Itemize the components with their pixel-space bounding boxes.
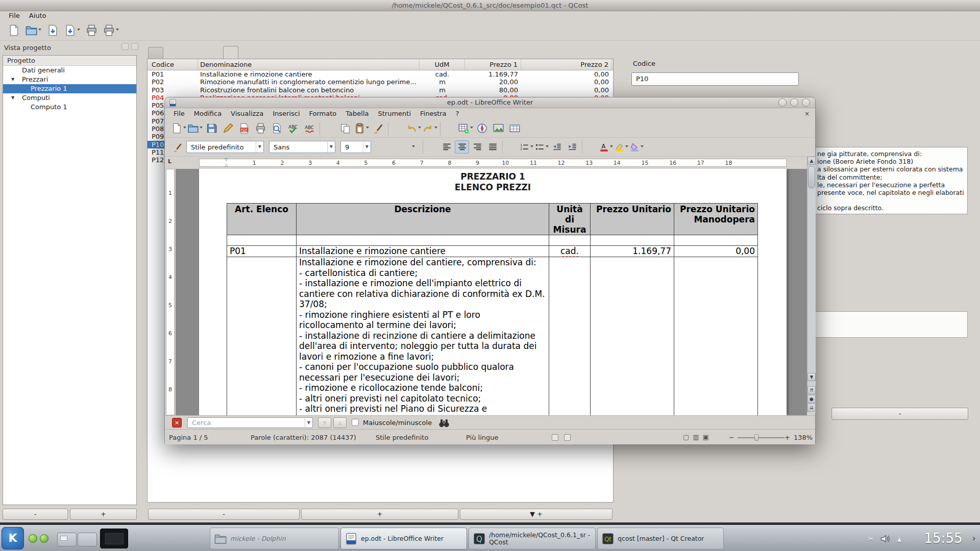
tab[interactable] [148,47,163,59]
chevron-down-icon[interactable]: ▼ [363,141,371,153]
menu-item[interactable]: Tabella [341,108,373,119]
increase-indent-icon[interactable] [565,140,579,154]
chevron-down-icon[interactable]: ▼ [327,141,335,153]
insert-table-icon[interactable] [458,121,473,136]
price-list-action-button[interactable]: - [148,509,300,520]
menu-item[interactable]: Strumenti [373,108,415,119]
gallery-icon[interactable] [491,121,506,136]
search-input[interactable]: Cerca ▼ [187,417,313,428]
import-icon[interactable] [44,22,61,39]
data-sources-icon[interactable] [507,121,522,136]
find-and-replace-icon[interactable] [438,417,450,429]
zoom-out-icon[interactable]: − [729,434,734,441]
menu-item[interactable]: Visualizza [226,108,268,119]
open-project-icon[interactable] [24,22,42,39]
find-previous-button[interactable]: ▿ [318,417,331,428]
next-page-icon[interactable]: ⇊ [807,404,816,412]
paste-icon[interactable] [354,121,369,136]
edit-mode-icon[interactable] [220,121,235,136]
close-find-icon[interactable]: × [172,418,182,428]
window-maximize-button[interactable] [790,98,798,107]
expand-arrow-icon[interactable]: ▼ [11,75,14,84]
menu-item[interactable]: File [4,11,24,20]
decrease-indent-icon[interactable] [550,140,564,154]
tree-item[interactable]: ▼ Computi [3,93,136,103]
menu-item[interactable]: Modifica [189,108,226,119]
page-layout-icon[interactable]: ▥ [693,433,699,441]
word-count-status[interactable]: Parole (caratteri): 2087 (14437) [251,434,356,441]
task-button[interactable]: mickele - Dolphin [210,528,339,549]
previous-page-icon[interactable]: ⇈ [807,386,816,394]
align-left-icon[interactable] [439,140,454,154]
page-number-status[interactable]: Pagina 1 / 5 [169,434,208,441]
menu-item[interactable]: Inserisci [268,108,304,119]
navigator-icon[interactable] [474,121,489,136]
align-right-icon[interactable] [470,140,484,154]
new-document-icon[interactable] [171,121,186,136]
desktop-pager-cell[interactable] [78,533,97,546]
undo-icon[interactable] [406,121,421,136]
vertical-scrollbar[interactable]: ▲ ▼ ⇈ ● ⇊ [807,157,816,413]
menu-item[interactable]: Formato [305,108,341,119]
page-style-status[interactable]: Stile predefinito [376,434,428,441]
document-page[interactable]: PREZZARIO 1 ELENCO PREZZI Art. Elenco De… [199,169,787,415]
window-pin-button[interactable] [16,2,23,9]
zoom-level[interactable]: 138% [794,434,813,441]
highlight-color-icon[interactable] [614,140,628,154]
justify-icon[interactable] [485,140,500,154]
paragraph-style-combo[interactable]: Stile predefinito ▼ [186,141,264,153]
print-preview-icon[interactable] [269,121,284,136]
zoom-in-icon[interactable]: + [785,434,790,441]
kmenu-button[interactable]: K [2,527,24,549]
menu-item[interactable]: Finestra [415,108,451,119]
expand-arrow-icon[interactable]: ▼ [11,93,14,103]
terminal-task-button[interactable] [100,529,128,548]
export-icon[interactable] [63,22,81,39]
tray-expand-icon[interactable]: ▴ [893,533,905,545]
align-center-icon[interactable] [455,140,469,154]
price-table-header[interactable]: Codice Denominazione UdM Prezzo 1 Prezzo… [148,59,613,70]
activity-icon[interactable] [40,534,48,543]
clock[interactable]: 15:55 [918,531,969,546]
italic-button[interactable] [390,140,405,154]
close-document-icon[interactable]: × [803,110,811,118]
horizontal-ruler[interactable]: 123456789101112131415161718 ▽ △ [176,157,807,169]
formatting-marks-icon[interactable] [523,121,538,136]
language-status[interactable]: Più lingue [466,434,499,441]
indent-marker[interactable]: △ [225,163,228,167]
qcost-titlebar[interactable]: /home/mickele/QCost_0.6.1_src/doc/esempi… [0,0,980,11]
menu-item[interactable]: ? [451,108,464,119]
tab[interactable] [223,46,238,59]
task-button[interactable]: ep.odt - LibreOffice Writer [340,528,467,549]
writer-titlebar[interactable]: ep.odt - LibreOffice Writer [165,97,815,108]
window-minimize-button[interactable] [778,98,787,107]
tree-item[interactable]: Prezzario 1 [3,84,136,93]
price-table-row[interactable]: P01 Installazione e rimozione cantiere c… [148,70,613,78]
navigate-by-icon[interactable]: ● [807,395,816,403]
tree-item[interactable]: Computo 1 [3,103,136,112]
menu-item[interactable]: File [169,108,189,119]
tree-item[interactable]: Dati generali [3,66,136,75]
scroll-up-icon[interactable]: ▲ [807,157,816,165]
clipboard-icon[interactable]: ✂ [865,533,877,545]
price-list-action-button[interactable]: ▼ + [460,509,612,520]
activity-icon[interactable] [29,534,37,543]
redo-icon[interactable] [422,121,437,136]
clone-formatting-icon[interactable] [370,121,385,136]
bold-button[interactable] [375,140,389,154]
desktop-pager-cell[interactable] [57,533,77,546]
underline-button[interactable] [406,140,420,154]
task-button[interactable]: /home/mickele/QCost_0.6.1_sr - QCost [469,528,596,549]
window-close-button[interactable] [802,98,810,107]
selection-mode-icon[interactable] [552,434,558,441]
tabstop-type-icon[interactable]: L [168,158,172,165]
window-minimize-button[interactable] [957,2,964,9]
open-icon[interactable] [187,121,203,136]
new-project-icon[interactable] [5,22,22,39]
font-size-combo[interactable]: 9 ▼ [340,141,371,153]
match-case-checkbox[interactable] [352,419,359,426]
chevron-down-icon[interactable]: ▼ [256,141,263,153]
project-add-button[interactable]: + [70,509,137,520]
codice-input[interactable]: P10 [631,72,799,86]
menu-item[interactable]: Aiuto [24,11,51,20]
